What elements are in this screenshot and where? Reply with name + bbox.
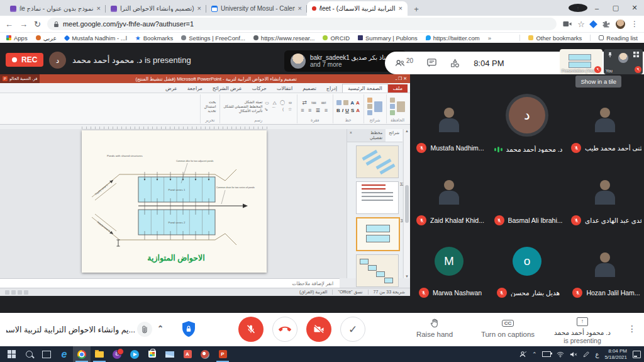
tab-close-icon[interactable]: × (298, 5, 302, 12)
new-slide-icon[interactable] (374, 101, 382, 112)
app-icon[interactable] (196, 346, 214, 362)
ppt-notes-area[interactable]: انقر لإضافة ملاحظات (0, 278, 340, 288)
bookmark-star-icon[interactable]: ☆ (577, 20, 585, 29)
bookmarks-overflow-chevron[interactable]: » (488, 35, 491, 42)
ppt-tab-transitions[interactable]: انتقالات (272, 84, 297, 93)
presentation-control[interactable]: ↑ د. محمود أحمد محمد is presenting (551, 315, 614, 345)
bookmark-orcid[interactable]: ORCID (323, 35, 350, 42)
bold-italic-underline-buttons[interactable]: B I U S A (336, 108, 360, 113)
mail-icon[interactable] (161, 346, 179, 362)
tab-google-forms[interactable]: نموذج بدون عنوان - نماذج Google × (5, 1, 106, 16)
format-painter-icon[interactable] (390, 110, 395, 115)
ppt-tab-home[interactable]: الصفحة الرئيسية (342, 84, 388, 93)
alignment-buttons[interactable]: ≡ ≣ ≡ ≡ (301, 107, 329, 113)
bookmark-mustafa[interactable]: Mustafa Nadhim - ...l (65, 35, 127, 42)
other-bookmarks[interactable]: Other bookmarks (528, 35, 582, 42)
activities-button[interactable] (450, 59, 460, 68)
start-button[interactable] (3, 346, 20, 362)
microsoft-store-icon[interactable] (143, 346, 161, 362)
minimize-button[interactable]: – (587, 4, 606, 12)
tab-calendar[interactable]: University of Mosul - Calendar × (206, 1, 307, 16)
acrobat-icon[interactable]: A (179, 346, 196, 362)
bookmark-settings[interactable]: Settings | FreeConf... (181, 35, 245, 42)
raise-hand-button[interactable]: Raise hand (409, 317, 460, 338)
tab-meet-active[interactable]: الترابية لتربية الاسماك) - Meet × (307, 1, 408, 16)
new-tab-button[interactable]: + (411, 4, 421, 14)
shape-outline-button[interactable]: المخطط التفصيلي للشكل (223, 105, 262, 108)
bookmark-arabic[interactable]: عربي (36, 35, 57, 42)
menu-dots-icon[interactable]: ⋮ (631, 20, 639, 28)
ppt-tab-review[interactable]: مراجعة (182, 84, 208, 93)
pen-icon[interactable] (583, 351, 589, 358)
tab-close-icon[interactable]: × (399, 5, 402, 12)
shapes-gallery-row2[interactable]: ☆ ） ⌒ ⇘ (264, 106, 293, 113)
scroll-up-icon[interactable]: ▲ (405, 129, 409, 133)
copy-icon[interactable] (390, 104, 395, 109)
profile-avatar[interactable] (616, 20, 625, 29)
language-indicator[interactable]: ع (595, 351, 599, 358)
battery-icon[interactable] (542, 351, 551, 357)
outline-tab[interactable]: مخطط تفصيلي (355, 129, 386, 142)
camera-indicator-icon[interactable] (563, 21, 572, 27)
reset-icon[interactable] (367, 104, 372, 109)
replace-button[interactable]: استبدال (204, 105, 216, 108)
close-button[interactable]: ✕ (625, 4, 644, 12)
slide-thumbnail-31[interactable]: 31 (356, 145, 399, 178)
pin-icon[interactable] (608, 52, 613, 58)
scroll-down-icon[interactable]: ▼ (405, 274, 409, 278)
panel-close-icon[interactable]: × (347, 129, 355, 142)
telegram-icon[interactable] (126, 346, 143, 362)
font-name-box[interactable] (336, 100, 341, 105)
meeting-safe-shield-icon[interactable] (181, 320, 196, 338)
participant-tile[interactable]: Basmal Ali Ibrahi... (488, 161, 566, 233)
slide-thumbnail-34[interactable]: 34 (356, 254, 399, 287)
leave-call-button[interactable] (272, 317, 297, 342)
you-thumbnail[interactable]: You (604, 49, 643, 74)
presentation-self-thumbnail[interactable]: Presentation (You) (560, 49, 602, 74)
panel-scrollbar[interactable]: ▲ ▼ (403, 129, 410, 278)
people-tray-icon[interactable] (519, 351, 526, 358)
meeting-details-button[interactable] (137, 322, 152, 337)
find-button[interactable]: بحث (209, 100, 216, 104)
camera-off-button[interactable] (306, 317, 331, 342)
select-button[interactable]: تحديد (208, 109, 216, 113)
participant-tile[interactable]: عدي عبد الهادي عداي (566, 161, 644, 233)
participants-button[interactable]: 20 (395, 59, 413, 67)
ppt-tab-insert[interactable]: إدراج (321, 84, 342, 93)
bookmark-twitter[interactable]: https://twitter.com (426, 35, 480, 42)
reading-list[interactable]: Reading list (599, 35, 638, 42)
action-center-icon[interactable] (633, 351, 641, 358)
paste-icon[interactable] (397, 101, 405, 112)
shapes-gallery[interactable]: ▭ ◯ △ ⬭ (264, 101, 293, 106)
bookmark-publons[interactable]: Summary | Publons (358, 35, 418, 42)
taskbar-search-icon[interactable] (20, 346, 38, 362)
bookmark-research[interactable]: https://www.resear... (253, 35, 315, 42)
viber-icon[interactable]: ✆ (108, 346, 126, 362)
maximize-button[interactable]: ▢ (606, 4, 625, 12)
ppt-tab-slideshow[interactable]: عرض الشرائح (208, 84, 247, 93)
chevron-up-icon[interactable]: ⌃ (157, 324, 164, 333)
bookmark-bookmarks[interactable]: ★ Bookmarks (135, 35, 173, 42)
powerpoint-icon[interactable]: P (214, 346, 231, 362)
taskbar-clock[interactable]: 8:04 PM 5/18/2021 (604, 348, 627, 361)
tab-close-icon[interactable]: × (97, 5, 101, 12)
ppt-tab-file[interactable]: ملف (388, 84, 408, 93)
cut-icon[interactable] (390, 98, 395, 103)
participant-tile[interactable]: M Marwa Nashwan (410, 233, 488, 305)
slide-thumbnail-32[interactable]: 32 (356, 181, 399, 214)
ppt-tab-view[interactable]: عرض (160, 84, 182, 93)
wifi-icon[interactable] (557, 351, 564, 358)
chat-button[interactable] (427, 59, 436, 67)
captions-button[interactable]: CC Turn on captions (478, 317, 538, 338)
reload-button[interactable]: ↻ (34, 20, 41, 29)
bullets-numbering-buttons[interactable]: ≔ ≕ ⇄ (302, 99, 328, 106)
mic-off-button[interactable] (238, 317, 264, 342)
task-view-icon[interactable] (38, 346, 55, 362)
check-button[interactable]: ✓ (340, 317, 365, 342)
view-buttons[interactable] (5, 290, 28, 295)
more-options-icon[interactable]: ⋮ (628, 324, 636, 334)
file-explorer-icon[interactable] (91, 346, 108, 362)
section-icon[interactable] (367, 110, 372, 115)
ppt-tab-design[interactable]: تصميم (297, 84, 321, 93)
layout-icon[interactable] (367, 98, 372, 103)
